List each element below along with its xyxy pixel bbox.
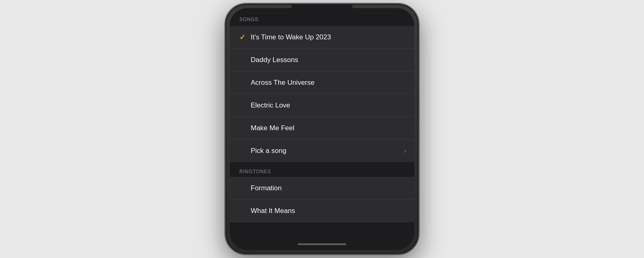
songs-header-label: SONGS xyxy=(239,17,258,22)
phone-wrapper: SONGS ✓ It's Time to Wake Up 2023 Daddy … xyxy=(225,3,419,255)
screen-content: SONGS ✓ It's Time to Wake Up 2023 Daddy … xyxy=(230,8,414,250)
list-item[interactable]: What It Means xyxy=(230,200,414,222)
list-item[interactable]: Across The Universe xyxy=(230,71,414,94)
song-title: Electric Love xyxy=(251,101,290,110)
notch xyxy=(292,4,352,15)
song-title: Pick a song xyxy=(251,147,286,155)
chevron-right-icon: › xyxy=(404,147,406,155)
ringtones-section: Formation What It Means xyxy=(230,177,414,222)
ringtones-header-label: RINGTONES xyxy=(230,169,271,174)
list-item[interactable]: Daddy Lessons xyxy=(230,49,414,71)
song-title: Daddy Lessons xyxy=(251,56,298,64)
ringtones-section-header: RINGTONES xyxy=(230,162,414,177)
song-title: It's Time to Wake Up 2023 xyxy=(251,33,331,41)
list-item[interactable]: Make Me Feel xyxy=(230,117,414,140)
song-title: Make Me Feel xyxy=(251,124,294,132)
songs-section: ✓ It's Time to Wake Up 2023 Daddy Lesson… xyxy=(230,26,414,162)
list-item[interactable]: ✓ It's Time to Wake Up 2023 xyxy=(230,26,414,49)
song-title: What It Means xyxy=(251,207,295,215)
home-indicator xyxy=(298,243,346,245)
phone-screen: SONGS ✓ It's Time to Wake Up 2023 Daddy … xyxy=(230,8,414,250)
list-item[interactable]: Electric Love xyxy=(230,94,414,117)
list-item[interactable]: Formation xyxy=(230,177,414,200)
song-title: Across The Universe xyxy=(251,79,314,87)
pick-song-item[interactable]: Pick a song › xyxy=(230,140,414,162)
checkmark-icon: ✓ xyxy=(239,33,251,42)
phone-frame: SONGS ✓ It's Time to Wake Up 2023 Daddy … xyxy=(225,3,419,255)
song-title: Formation xyxy=(251,184,282,192)
